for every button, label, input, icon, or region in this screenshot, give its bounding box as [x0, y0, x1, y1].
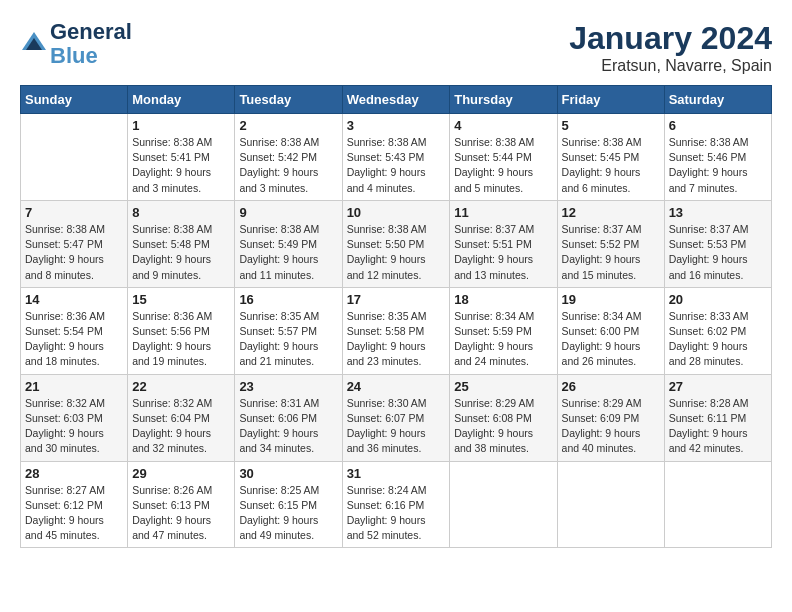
- calendar-cell: 16Sunrise: 8:35 AMSunset: 5:57 PMDayligh…: [235, 287, 342, 374]
- day-number: 12: [562, 205, 660, 220]
- calendar-cell: 30Sunrise: 8:25 AMSunset: 6:15 PMDayligh…: [235, 461, 342, 548]
- day-number: 21: [25, 379, 123, 394]
- calendar-cell: 20Sunrise: 8:33 AMSunset: 6:02 PMDayligh…: [664, 287, 771, 374]
- calendar-cell: 14Sunrise: 8:36 AMSunset: 5:54 PMDayligh…: [21, 287, 128, 374]
- calendar-cell: 10Sunrise: 8:38 AMSunset: 5:50 PMDayligh…: [342, 200, 450, 287]
- day-info: Sunrise: 8:32 AMSunset: 6:04 PMDaylight:…: [132, 396, 230, 457]
- calendar-cell: [450, 461, 557, 548]
- day-info: Sunrise: 8:26 AMSunset: 6:13 PMDaylight:…: [132, 483, 230, 544]
- day-number: 15: [132, 292, 230, 307]
- day-info: Sunrise: 8:36 AMSunset: 5:56 PMDaylight:…: [132, 309, 230, 370]
- weekday-header-friday: Friday: [557, 86, 664, 114]
- calendar-cell: 17Sunrise: 8:35 AMSunset: 5:58 PMDayligh…: [342, 287, 450, 374]
- day-number: 31: [347, 466, 446, 481]
- day-number: 25: [454, 379, 552, 394]
- day-info: Sunrise: 8:29 AMSunset: 6:08 PMDaylight:…: [454, 396, 552, 457]
- calendar-cell: 21Sunrise: 8:32 AMSunset: 6:03 PMDayligh…: [21, 374, 128, 461]
- day-info: Sunrise: 8:35 AMSunset: 5:57 PMDaylight:…: [239, 309, 337, 370]
- day-number: 5: [562, 118, 660, 133]
- day-number: 3: [347, 118, 446, 133]
- day-info: Sunrise: 8:38 AMSunset: 5:49 PMDaylight:…: [239, 222, 337, 283]
- calendar-cell: 24Sunrise: 8:30 AMSunset: 6:07 PMDayligh…: [342, 374, 450, 461]
- calendar-cell: 19Sunrise: 8:34 AMSunset: 6:00 PMDayligh…: [557, 287, 664, 374]
- day-number: 10: [347, 205, 446, 220]
- calendar-cell: [21, 114, 128, 201]
- day-number: 20: [669, 292, 767, 307]
- calendar-cell: [664, 461, 771, 548]
- day-info: Sunrise: 8:38 AMSunset: 5:46 PMDaylight:…: [669, 135, 767, 196]
- title-block: January 2024 Eratsun, Navarre, Spain: [569, 20, 772, 75]
- weekday-header-saturday: Saturday: [664, 86, 771, 114]
- day-info: Sunrise: 8:38 AMSunset: 5:47 PMDaylight:…: [25, 222, 123, 283]
- day-number: 23: [239, 379, 337, 394]
- logo-text: General Blue: [50, 20, 132, 68]
- day-info: Sunrise: 8:24 AMSunset: 6:16 PMDaylight:…: [347, 483, 446, 544]
- day-number: 24: [347, 379, 446, 394]
- day-info: Sunrise: 8:34 AMSunset: 6:00 PMDaylight:…: [562, 309, 660, 370]
- day-info: Sunrise: 8:38 AMSunset: 5:44 PMDaylight:…: [454, 135, 552, 196]
- day-number: 30: [239, 466, 337, 481]
- day-number: 22: [132, 379, 230, 394]
- calendar-cell: 25Sunrise: 8:29 AMSunset: 6:08 PMDayligh…: [450, 374, 557, 461]
- calendar-cell: 12Sunrise: 8:37 AMSunset: 5:52 PMDayligh…: [557, 200, 664, 287]
- day-number: 7: [25, 205, 123, 220]
- weekday-header-tuesday: Tuesday: [235, 86, 342, 114]
- calendar-cell: 27Sunrise: 8:28 AMSunset: 6:11 PMDayligh…: [664, 374, 771, 461]
- day-info: Sunrise: 8:38 AMSunset: 5:45 PMDaylight:…: [562, 135, 660, 196]
- day-info: Sunrise: 8:38 AMSunset: 5:41 PMDaylight:…: [132, 135, 230, 196]
- page-header: General Blue January 2024 Eratsun, Navar…: [20, 20, 772, 75]
- day-info: Sunrise: 8:38 AMSunset: 5:43 PMDaylight:…: [347, 135, 446, 196]
- day-number: 26: [562, 379, 660, 394]
- day-number: 29: [132, 466, 230, 481]
- location: Eratsun, Navarre, Spain: [569, 57, 772, 75]
- day-info: Sunrise: 8:32 AMSunset: 6:03 PMDaylight:…: [25, 396, 123, 457]
- day-info: Sunrise: 8:37 AMSunset: 5:51 PMDaylight:…: [454, 222, 552, 283]
- day-info: Sunrise: 8:27 AMSunset: 6:12 PMDaylight:…: [25, 483, 123, 544]
- weekday-header-thursday: Thursday: [450, 86, 557, 114]
- calendar-cell: 31Sunrise: 8:24 AMSunset: 6:16 PMDayligh…: [342, 461, 450, 548]
- day-info: Sunrise: 8:28 AMSunset: 6:11 PMDaylight:…: [669, 396, 767, 457]
- logo: General Blue: [20, 20, 132, 68]
- day-number: 18: [454, 292, 552, 307]
- day-number: 28: [25, 466, 123, 481]
- calendar-cell: 4Sunrise: 8:38 AMSunset: 5:44 PMDaylight…: [450, 114, 557, 201]
- day-info: Sunrise: 8:37 AMSunset: 5:53 PMDaylight:…: [669, 222, 767, 283]
- calendar-cell: 26Sunrise: 8:29 AMSunset: 6:09 PMDayligh…: [557, 374, 664, 461]
- calendar-cell: 28Sunrise: 8:27 AMSunset: 6:12 PMDayligh…: [21, 461, 128, 548]
- calendar-cell: 7Sunrise: 8:38 AMSunset: 5:47 PMDaylight…: [21, 200, 128, 287]
- calendar-cell: 1Sunrise: 8:38 AMSunset: 5:41 PMDaylight…: [128, 114, 235, 201]
- day-number: 4: [454, 118, 552, 133]
- day-info: Sunrise: 8:30 AMSunset: 6:07 PMDaylight:…: [347, 396, 446, 457]
- day-info: Sunrise: 8:35 AMSunset: 5:58 PMDaylight:…: [347, 309, 446, 370]
- day-number: 9: [239, 205, 337, 220]
- logo-icon: [20, 30, 48, 58]
- calendar-cell: 5Sunrise: 8:38 AMSunset: 5:45 PMDaylight…: [557, 114, 664, 201]
- month-title: January 2024: [569, 20, 772, 57]
- day-number: 27: [669, 379, 767, 394]
- day-number: 6: [669, 118, 767, 133]
- day-info: Sunrise: 8:25 AMSunset: 6:15 PMDaylight:…: [239, 483, 337, 544]
- day-info: Sunrise: 8:38 AMSunset: 5:50 PMDaylight:…: [347, 222, 446, 283]
- calendar-cell: 11Sunrise: 8:37 AMSunset: 5:51 PMDayligh…: [450, 200, 557, 287]
- day-number: 1: [132, 118, 230, 133]
- calendar-cell: 8Sunrise: 8:38 AMSunset: 5:48 PMDaylight…: [128, 200, 235, 287]
- calendar-cell: [557, 461, 664, 548]
- day-number: 14: [25, 292, 123, 307]
- calendar-cell: 3Sunrise: 8:38 AMSunset: 5:43 PMDaylight…: [342, 114, 450, 201]
- calendar-cell: 9Sunrise: 8:38 AMSunset: 5:49 PMDaylight…: [235, 200, 342, 287]
- weekday-header-wednesday: Wednesday: [342, 86, 450, 114]
- day-info: Sunrise: 8:37 AMSunset: 5:52 PMDaylight:…: [562, 222, 660, 283]
- day-number: 19: [562, 292, 660, 307]
- calendar-cell: 18Sunrise: 8:34 AMSunset: 5:59 PMDayligh…: [450, 287, 557, 374]
- day-info: Sunrise: 8:36 AMSunset: 5:54 PMDaylight:…: [25, 309, 123, 370]
- day-info: Sunrise: 8:38 AMSunset: 5:42 PMDaylight:…: [239, 135, 337, 196]
- day-number: 13: [669, 205, 767, 220]
- day-info: Sunrise: 8:34 AMSunset: 5:59 PMDaylight:…: [454, 309, 552, 370]
- day-info: Sunrise: 8:31 AMSunset: 6:06 PMDaylight:…: [239, 396, 337, 457]
- day-info: Sunrise: 8:33 AMSunset: 6:02 PMDaylight:…: [669, 309, 767, 370]
- weekday-header-sunday: Sunday: [21, 86, 128, 114]
- calendar-cell: 13Sunrise: 8:37 AMSunset: 5:53 PMDayligh…: [664, 200, 771, 287]
- day-info: Sunrise: 8:38 AMSunset: 5:48 PMDaylight:…: [132, 222, 230, 283]
- day-number: 16: [239, 292, 337, 307]
- calendar-cell: 15Sunrise: 8:36 AMSunset: 5:56 PMDayligh…: [128, 287, 235, 374]
